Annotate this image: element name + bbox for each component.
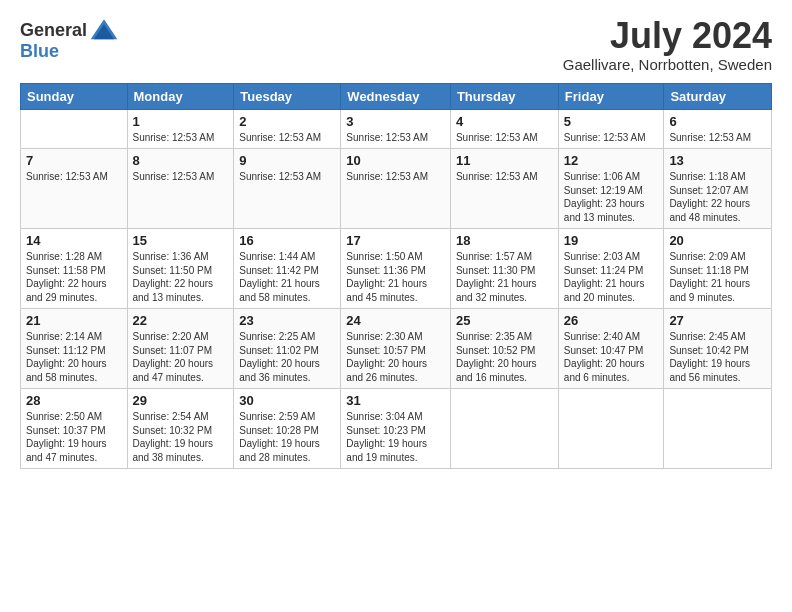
day-info: Sunrise: 2:59 AM Sunset: 10:28 PM Daylig…	[239, 410, 335, 464]
calendar-header-wednesday: Wednesday	[341, 83, 451, 109]
day-info: Sunrise: 1:44 AM Sunset: 11:42 PM Daylig…	[239, 250, 335, 304]
calendar-week-row: 7Sunrise: 12:53 AM8Sunrise: 12:53 AM9Sun…	[21, 149, 772, 229]
day-number: 3	[346, 114, 445, 129]
calendar-cell	[450, 389, 558, 469]
calendar-cell: 8Sunrise: 12:53 AM	[127, 149, 234, 229]
day-info: Sunrise: 12:53 AM	[564, 131, 659, 145]
day-number: 4	[456, 114, 553, 129]
day-info: Sunrise: 12:53 AM	[133, 131, 229, 145]
calendar-cell: 12Sunrise: 1:06 AM Sunset: 12:19 AM Dayl…	[558, 149, 664, 229]
day-number: 14	[26, 233, 122, 248]
day-info: Sunrise: 12:53 AM	[239, 170, 335, 184]
calendar-cell: 3Sunrise: 12:53 AM	[341, 109, 451, 149]
month-title: July 2024	[563, 16, 772, 56]
calendar-week-row: 14Sunrise: 1:28 AM Sunset: 11:58 PM Dayl…	[21, 229, 772, 309]
calendar-cell: 21Sunrise: 2:14 AM Sunset: 11:12 PM Dayl…	[21, 309, 128, 389]
day-number: 10	[346, 153, 445, 168]
day-number: 8	[133, 153, 229, 168]
day-info: Sunrise: 12:53 AM	[133, 170, 229, 184]
calendar-cell: 19Sunrise: 2:03 AM Sunset: 11:24 PM Dayl…	[558, 229, 664, 309]
calendar-cell: 6Sunrise: 12:53 AM	[664, 109, 772, 149]
day-info: Sunrise: 1:06 AM Sunset: 12:19 AM Daylig…	[564, 170, 659, 224]
day-info: Sunrise: 12:53 AM	[239, 131, 335, 145]
day-info: Sunrise: 2:09 AM Sunset: 11:18 PM Daylig…	[669, 250, 766, 304]
day-number: 5	[564, 114, 659, 129]
logo-text: General	[20, 21, 87, 41]
day-number: 12	[564, 153, 659, 168]
day-info: Sunrise: 12:53 AM	[346, 131, 445, 145]
calendar-header-tuesday: Tuesday	[234, 83, 341, 109]
calendar-cell: 31Sunrise: 3:04 AM Sunset: 10:23 PM Dayl…	[341, 389, 451, 469]
day-number: 16	[239, 233, 335, 248]
day-info: Sunrise: 1:18 AM Sunset: 12:07 AM Daylig…	[669, 170, 766, 224]
day-number: 15	[133, 233, 229, 248]
calendar-table: SundayMondayTuesdayWednesdayThursdayFrid…	[20, 83, 772, 470]
calendar-header-sunday: Sunday	[21, 83, 128, 109]
calendar-cell: 10Sunrise: 12:53 AM	[341, 149, 451, 229]
calendar-header-monday: Monday	[127, 83, 234, 109]
day-info: Sunrise: 2:20 AM Sunset: 11:07 PM Daylig…	[133, 330, 229, 384]
day-number: 24	[346, 313, 445, 328]
calendar-week-row: 28Sunrise: 2:50 AM Sunset: 10:37 PM Dayl…	[21, 389, 772, 469]
day-info: Sunrise: 12:53 AM	[26, 170, 122, 184]
calendar-cell: 11Sunrise: 12:53 AM	[450, 149, 558, 229]
day-info: Sunrise: 12:53 AM	[456, 131, 553, 145]
day-number: 21	[26, 313, 122, 328]
page-header: General Blue July 2024 Gaellivare, Norrb…	[20, 16, 772, 73]
calendar-header-thursday: Thursday	[450, 83, 558, 109]
day-number: 9	[239, 153, 335, 168]
day-info: Sunrise: 3:04 AM Sunset: 10:23 PM Daylig…	[346, 410, 445, 464]
calendar-cell	[558, 389, 664, 469]
day-info: Sunrise: 2:40 AM Sunset: 10:47 PM Daylig…	[564, 330, 659, 384]
calendar-cell: 9Sunrise: 12:53 AM	[234, 149, 341, 229]
calendar-cell: 25Sunrise: 2:35 AM Sunset: 10:52 PM Dayl…	[450, 309, 558, 389]
day-number: 20	[669, 233, 766, 248]
day-number: 11	[456, 153, 553, 168]
day-info: Sunrise: 12:53 AM	[669, 131, 766, 145]
location-title: Gaellivare, Norrbotten, Sweden	[563, 56, 772, 73]
calendar-cell: 28Sunrise: 2:50 AM Sunset: 10:37 PM Dayl…	[21, 389, 128, 469]
calendar-cell: 13Sunrise: 1:18 AM Sunset: 12:07 AM Dayl…	[664, 149, 772, 229]
day-number: 26	[564, 313, 659, 328]
day-info: Sunrise: 2:25 AM Sunset: 11:02 PM Daylig…	[239, 330, 335, 384]
calendar-cell: 23Sunrise: 2:25 AM Sunset: 11:02 PM Dayl…	[234, 309, 341, 389]
calendar-header-saturday: Saturday	[664, 83, 772, 109]
calendar-cell: 30Sunrise: 2:59 AM Sunset: 10:28 PM Dayl…	[234, 389, 341, 469]
day-info: Sunrise: 2:30 AM Sunset: 10:57 PM Daylig…	[346, 330, 445, 384]
day-number: 18	[456, 233, 553, 248]
day-number: 28	[26, 393, 122, 408]
calendar-cell: 7Sunrise: 12:53 AM	[21, 149, 128, 229]
day-info: Sunrise: 1:57 AM Sunset: 11:30 PM Daylig…	[456, 250, 553, 304]
day-info: Sunrise: 2:54 AM Sunset: 10:32 PM Daylig…	[133, 410, 229, 464]
day-number: 17	[346, 233, 445, 248]
calendar-header-row: SundayMondayTuesdayWednesdayThursdayFrid…	[21, 83, 772, 109]
calendar-cell: 27Sunrise: 2:45 AM Sunset: 10:42 PM Dayl…	[664, 309, 772, 389]
calendar-cell: 18Sunrise: 1:57 AM Sunset: 11:30 PM Dayl…	[450, 229, 558, 309]
calendar-cell: 22Sunrise: 2:20 AM Sunset: 11:07 PM Dayl…	[127, 309, 234, 389]
day-number: 27	[669, 313, 766, 328]
day-number: 29	[133, 393, 229, 408]
day-number: 7	[26, 153, 122, 168]
day-number: 31	[346, 393, 445, 408]
title-area: July 2024 Gaellivare, Norrbotten, Sweden	[563, 16, 772, 73]
day-number: 23	[239, 313, 335, 328]
day-info: Sunrise: 2:03 AM Sunset: 11:24 PM Daylig…	[564, 250, 659, 304]
calendar-cell: 14Sunrise: 1:28 AM Sunset: 11:58 PM Dayl…	[21, 229, 128, 309]
logo-icon	[89, 16, 119, 46]
calendar-week-row: 21Sunrise: 2:14 AM Sunset: 11:12 PM Dayl…	[21, 309, 772, 389]
calendar-cell: 16Sunrise: 1:44 AM Sunset: 11:42 PM Dayl…	[234, 229, 341, 309]
calendar-cell	[21, 109, 128, 149]
day-info: Sunrise: 1:28 AM Sunset: 11:58 PM Daylig…	[26, 250, 122, 304]
day-number: 22	[133, 313, 229, 328]
day-info: Sunrise: 2:35 AM Sunset: 10:52 PM Daylig…	[456, 330, 553, 384]
day-number: 6	[669, 114, 766, 129]
calendar-cell: 24Sunrise: 2:30 AM Sunset: 10:57 PM Dayl…	[341, 309, 451, 389]
logo: General Blue	[20, 16, 119, 62]
day-info: Sunrise: 2:45 AM Sunset: 10:42 PM Daylig…	[669, 330, 766, 384]
day-info: Sunrise: 2:50 AM Sunset: 10:37 PM Daylig…	[26, 410, 122, 464]
calendar-cell: 2Sunrise: 12:53 AM	[234, 109, 341, 149]
day-number: 2	[239, 114, 335, 129]
day-info: Sunrise: 1:36 AM Sunset: 11:50 PM Daylig…	[133, 250, 229, 304]
day-info: Sunrise: 2:14 AM Sunset: 11:12 PM Daylig…	[26, 330, 122, 384]
calendar-week-row: 1Sunrise: 12:53 AM2Sunrise: 12:53 AM3Sun…	[21, 109, 772, 149]
